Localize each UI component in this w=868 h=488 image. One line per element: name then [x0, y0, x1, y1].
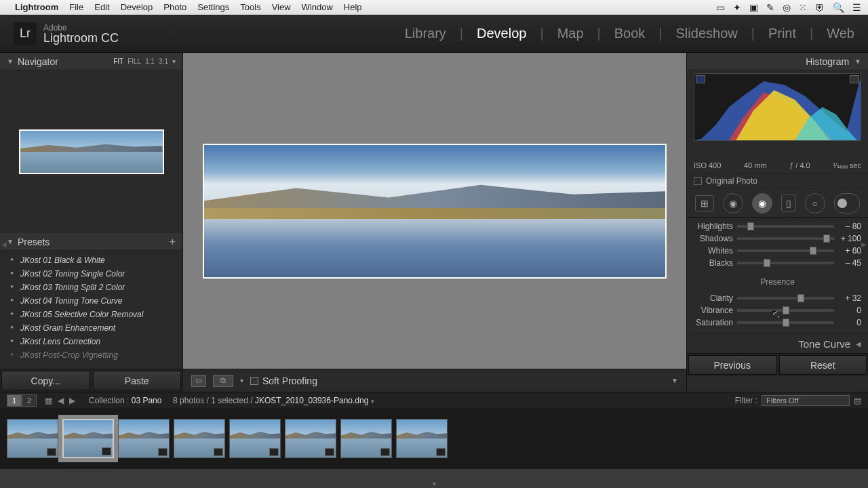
page-2[interactable]: 2: [22, 394, 37, 407]
zoom-1-1[interactable]: 1:1: [145, 58, 155, 65]
slider-value[interactable]: 0: [834, 306, 861, 315]
graduated-filter-icon[interactable]: ▯: [781, 195, 796, 212]
filmstrip-thumbnail[interactable]: [7, 419, 58, 458]
previous-button[interactable]: Previous: [688, 355, 776, 375]
current-filename[interactable]: JKOST_2010_03936-Pano.dng: [255, 396, 368, 405]
filmstrip-thumbnail[interactable]: [229, 419, 281, 458]
page-1[interactable]: 1: [7, 394, 22, 407]
menu-view[interactable]: View: [272, 2, 291, 12]
collapse-left-icon[interactable]: ◀: [1, 241, 7, 248]
menubar-app-name[interactable]: Lightroom: [15, 2, 58, 12]
module-map[interactable]: Map: [557, 26, 584, 41]
reset-button[interactable]: Reset: [779, 355, 867, 375]
slider-track[interactable]: [737, 297, 834, 300]
module-develop[interactable]: Develop: [477, 26, 526, 41]
add-preset-icon[interactable]: +: [170, 236, 176, 248]
filter-lock-icon[interactable]: ▤: [854, 396, 861, 405]
preset-item[interactable]: JKost Lens Correction: [0, 335, 182, 348]
slider-handle-icon[interactable]: [783, 319, 789, 327]
zoom-fill[interactable]: FILL: [127, 58, 141, 65]
module-library[interactable]: Library: [405, 26, 446, 41]
shield-icon[interactable]: ⛨: [815, 2, 825, 13]
filmstrip-thumbnail[interactable]: [174, 419, 225, 458]
preset-item[interactable]: JKost Post-Crop Vignetting: [0, 348, 182, 362]
menu-develop[interactable]: Develop: [121, 2, 153, 12]
menu-window[interactable]: Window: [302, 2, 333, 12]
filmstrip-thumbnail[interactable]: [118, 419, 170, 458]
paste-button[interactable]: Paste: [93, 371, 182, 390]
preset-item[interactable]: JKost 04 Toning Tone Curve: [0, 294, 182, 308]
slider-track[interactable]: [737, 262, 834, 264]
slider-handle-icon[interactable]: [810, 247, 816, 255]
slider-track[interactable]: [737, 321, 834, 324]
zoom-3-1[interactable]: 3:1: [159, 58, 168, 65]
loupe-view-icon[interactable]: ▭: [191, 375, 206, 387]
original-photo-toggle[interactable]: Original Photo: [687, 173, 868, 189]
view-mode-dropdown-icon[interactable]: ▾: [240, 377, 243, 384]
filmstrip-thumbnail[interactable]: [285, 419, 336, 458]
presets-header[interactable]: ▼ Presets +: [0, 233, 182, 251]
preset-item[interactable]: JKost 02 Toning Single Color: [0, 267, 182, 281]
filename-dropdown-icon[interactable]: ▾: [371, 398, 374, 405]
camera-icon[interactable]: ▣: [749, 2, 758, 13]
menu-settings[interactable]: Settings: [197, 2, 229, 12]
display-icon[interactable]: ▭: [716, 2, 725, 13]
slider-blacks[interactable]: Blacks– 45: [694, 258, 861, 268]
slider-value[interactable]: + 60: [834, 246, 861, 256]
spotlight-icon[interactable]: 🔍: [833, 2, 844, 13]
nav-back-icon[interactable]: ◀: [58, 396, 64, 405]
menu-photo[interactable]: Photo: [163, 2, 186, 12]
tone-curve-header[interactable]: Tone Curve ◀: [687, 334, 868, 353]
slider-handle-icon[interactable]: [823, 235, 830, 243]
zoom-fit[interactable]: FIT: [113, 58, 123, 65]
grid-view-icon[interactable]: ▦: [45, 396, 52, 405]
histogram-chart[interactable]: [694, 73, 861, 141]
filmstrip-thumbnail[interactable]: [340, 419, 392, 458]
slider-vibrance[interactable]: Vibrance0: [694, 306, 861, 315]
slider-saturation[interactable]: Saturation0: [694, 318, 861, 327]
copy-button[interactable]: Copy...: [1, 371, 90, 390]
slider-value[interactable]: + 32: [834, 293, 861, 303]
slider-value[interactable]: – 45: [834, 258, 861, 268]
filter-dropdown[interactable]: Filters Off: [762, 395, 850, 406]
collapse-right-icon[interactable]: ▶: [861, 241, 867, 248]
slider-track[interactable]: [737, 249, 834, 252]
slider-handle-icon[interactable]: [764, 259, 770, 267]
slider-value[interactable]: – 80: [834, 222, 861, 231]
slider-handle-icon[interactable]: [783, 306, 789, 314]
evernote-icon[interactable]: ✦: [733, 2, 741, 13]
histogram-header[interactable]: Histogram ▼: [687, 53, 868, 70]
grid-icon[interactable]: ⁙: [799, 2, 807, 13]
preset-item[interactable]: JKost 05 Selective Color Removal: [0, 308, 182, 321]
zoom-dropdown-icon[interactable]: ▾: [172, 58, 176, 65]
crop-tool-icon[interactable]: ⊞: [695, 195, 714, 211]
preset-item[interactable]: JKost 03 Toning Split 2 Color: [0, 281, 182, 294]
slider-handle-icon[interactable]: [797, 294, 804, 302]
menu-edit[interactable]: Edit: [94, 2, 109, 12]
module-book[interactable]: Book: [614, 26, 646, 41]
menu-tools[interactable]: Tools: [240, 2, 260, 12]
key-icon[interactable]: ✎: [766, 2, 774, 13]
collapse-bottom-icon[interactable]: ▾: [429, 480, 439, 487]
radial-filter-icon[interactable]: ○: [805, 193, 825, 214]
nav-forward-icon[interactable]: ▶: [69, 396, 75, 405]
image-viewport[interactable]: [183, 53, 686, 369]
slider-track[interactable]: [737, 237, 834, 240]
slider-value[interactable]: 0: [834, 318, 861, 327]
spot-removal-icon[interactable]: ◉: [723, 193, 743, 214]
adjustment-brush-icon[interactable]: [834, 193, 860, 214]
list-icon[interactable]: ☰: [852, 2, 861, 13]
toolbar-options-icon[interactable]: ▼: [671, 377, 678, 384]
slider-clarity[interactable]: Clarity+ 32: [694, 293, 861, 303]
slider-shadows[interactable]: Shadows+ 100: [694, 234, 861, 243]
navigator-header[interactable]: ▼ Navigator FIT FILL 1:1 3:1 ▾: [0, 53, 182, 70]
module-print[interactable]: Print: [768, 26, 796, 41]
preset-item[interactable]: JKost Grain Enhancement: [0, 321, 182, 335]
slider-whites[interactable]: Whites+ 60: [694, 246, 861, 256]
filmstrip-thumbnail[interactable]: [62, 419, 114, 458]
menu-file[interactable]: File: [69, 2, 83, 12]
slider-track[interactable]: [737, 225, 834, 228]
slider-handle-icon[interactable]: [747, 222, 754, 230]
slider-highlights[interactable]: Highlights– 80: [694, 222, 861, 231]
soft-proofing-toggle[interactable]: Soft Proofing: [250, 375, 317, 386]
